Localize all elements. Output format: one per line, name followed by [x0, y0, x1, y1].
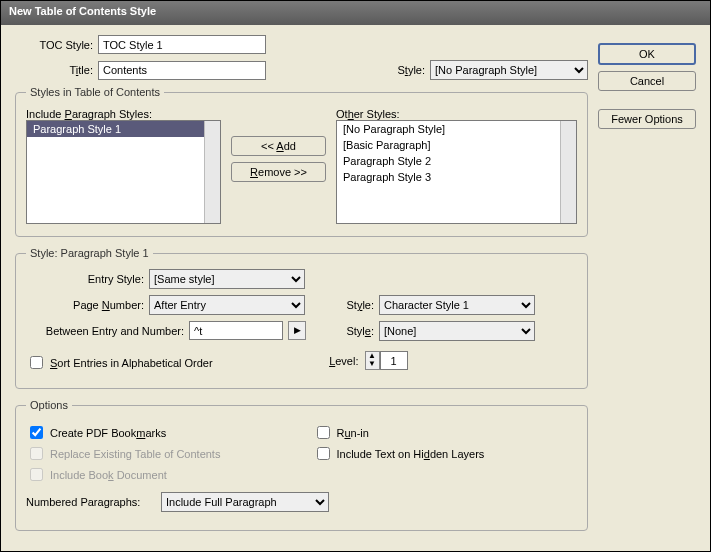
book-checkbox: Include Book Document [26, 465, 291, 484]
be-style-select[interactable]: [None] [379, 321, 535, 341]
styles-group: Styles in Table of Contents Include Para… [15, 86, 588, 237]
page-number-select[interactable]: After Entry [149, 295, 305, 315]
pdf-bookmarks-checkbox[interactable]: Create PDF Bookmarks [26, 423, 291, 442]
title-style-label: Style: [379, 64, 425, 76]
pn-style-label: Style: [328, 299, 374, 311]
list-item[interactable]: Paragraph Style 1 [27, 121, 220, 137]
level-label: Level: [313, 355, 359, 367]
other-label: Other Styles: [336, 108, 577, 120]
hidden-label: Include Text on Hidden Layers [337, 448, 485, 460]
cancel-button[interactable]: Cancel [598, 71, 696, 91]
replace-checkbox: Replace Existing Table of Contents [26, 444, 291, 463]
toc-style-input[interactable] [98, 35, 266, 54]
entry-style-select[interactable]: [Same style] [149, 269, 305, 289]
replace-checkbox-input [30, 447, 43, 460]
other-listbox[interactable]: [No Paragraph Style] [Basic Paragraph] P… [336, 120, 577, 224]
titlebar: New Table of Contents Style [1, 1, 710, 25]
entry-style-label: Entry Style: [26, 273, 144, 285]
level-spinner[interactable]: ▲▼ [364, 351, 408, 370]
between-input[interactable] [189, 321, 283, 340]
numbered-select[interactable]: Include Full Paragraph [161, 492, 329, 512]
title-input[interactable] [98, 61, 266, 80]
list-item[interactable]: Paragraph Style 2 [337, 153, 576, 169]
options-legend: Options [26, 399, 72, 411]
dialog-title: New Table of Contents Style [9, 5, 156, 17]
pdf-checkbox-input[interactable] [30, 426, 43, 439]
list-item[interactable]: Paragraph Style 3 [337, 169, 576, 185]
add-button[interactable]: << Add [231, 136, 326, 156]
fewer-options-button[interactable]: Fewer Options [598, 109, 696, 129]
style-detail-group: Style: Paragraph Style 1 Entry Style: [S… [15, 247, 588, 389]
pdf-label: Create PDF Bookmarks [50, 427, 166, 439]
toc-style-label: TOC Style: [15, 39, 93, 51]
scrollbar[interactable] [560, 121, 576, 223]
pn-style-select[interactable]: Character Style 1 [379, 295, 535, 315]
between-label: Between Entry and Number: [26, 325, 184, 337]
runin-checkbox[interactable]: Run-in [313, 423, 578, 442]
sort-checkbox-input[interactable] [30, 356, 43, 369]
hidden-checkbox-input[interactable] [317, 447, 330, 460]
ok-button[interactable]: OK [598, 43, 696, 65]
remove-button[interactable]: Remove >> [231, 162, 326, 182]
replace-label: Replace Existing Table of Contents [50, 448, 220, 460]
book-label: Include Book Document [50, 469, 167, 481]
title-label: Title: [15, 64, 93, 76]
page-number-label: Page Number: [26, 299, 144, 311]
include-listbox[interactable]: Paragraph Style 1 [26, 120, 221, 224]
spinner-buttons[interactable]: ▲▼ [365, 351, 380, 370]
title-style-select[interactable]: [No Paragraph Style] [430, 60, 588, 80]
runin-checkbox-input[interactable] [317, 426, 330, 439]
sort-checkbox[interactable]: Sort Entries in Alphabetical Order [26, 353, 291, 372]
level-input[interactable] [380, 351, 408, 370]
list-item[interactable]: [Basic Paragraph] [337, 137, 576, 153]
include-label: Include Paragraph Styles: [26, 108, 221, 120]
styles-legend: Styles in Table of Contents [26, 86, 164, 98]
scrollbar[interactable] [204, 121, 220, 223]
style-detail-legend: Style: Paragraph Style 1 [26, 247, 153, 259]
list-item[interactable]: [No Paragraph Style] [337, 121, 576, 137]
be-style-label: Style: [328, 325, 374, 337]
numbered-label: Numbered Paragraphs: [26, 496, 156, 508]
book-checkbox-input [30, 468, 43, 481]
dialog: New Table of Contents Style TOC Style: T… [0, 0, 711, 552]
runin-label: Run-in [337, 427, 369, 439]
options-group: Options Create PDF Bookmarks Replace Exi… [15, 399, 588, 531]
sort-label: Sort Entries in Alphabetical Order [50, 357, 213, 369]
hidden-checkbox[interactable]: Include Text on Hidden Layers [313, 444, 578, 463]
between-flyout-button[interactable]: ▶ [288, 321, 306, 340]
